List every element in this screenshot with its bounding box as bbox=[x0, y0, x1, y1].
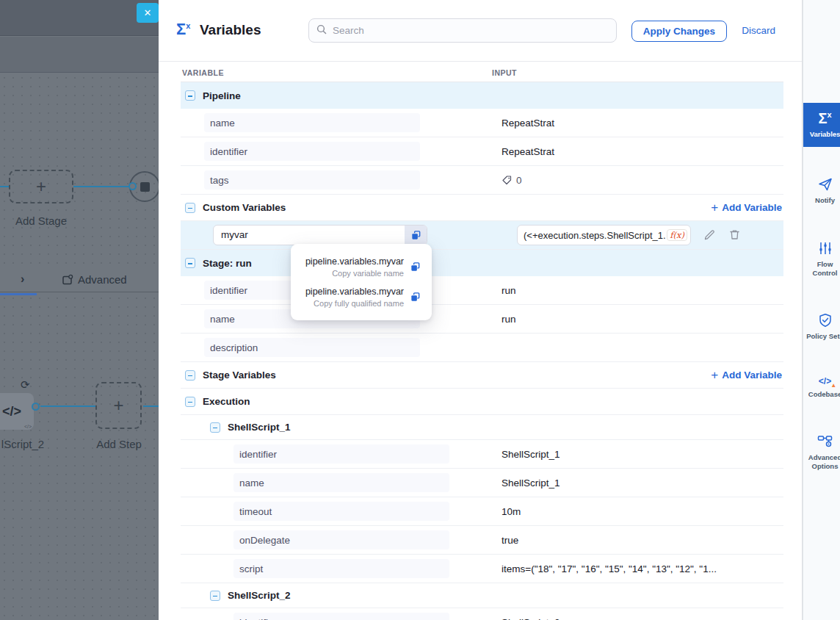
collapse-icon[interactable] bbox=[185, 397, 195, 407]
apply-changes-button[interactable]: Apply Changes bbox=[631, 21, 727, 42]
chevron-right-icon[interactable]: › bbox=[21, 273, 24, 286]
row-label: name bbox=[204, 113, 420, 132]
section-stage-run: Stage: run bbox=[181, 250, 783, 276]
loop-icon: ⟳ bbox=[21, 378, 30, 392]
add-stage-button[interactable]: + bbox=[9, 170, 73, 203]
custom-variable-row: myvar (<+execution.steps.ShellScript_1. … bbox=[181, 221, 783, 250]
copy-icon bbox=[410, 292, 421, 303]
collapse-icon[interactable] bbox=[185, 90, 195, 101]
table-row: description bbox=[181, 334, 783, 362]
row-label: tags bbox=[204, 170, 420, 190]
active-tab-indicator bbox=[0, 293, 37, 295]
row-label: description bbox=[204, 338, 420, 357]
stop-icon bbox=[140, 182, 150, 192]
table-row: tags 0 bbox=[181, 166, 783, 195]
edit-variable-button[interactable] bbox=[703, 228, 717, 242]
shield-check-icon bbox=[818, 313, 833, 328]
add-step-button[interactable]: + bbox=[95, 382, 142, 429]
sidebar-item-codebase[interactable]: </> ▲ Codebase bbox=[803, 369, 840, 407]
collapse-icon[interactable] bbox=[210, 591, 220, 601]
table-row: name ShellScript_1 bbox=[181, 469, 783, 497]
add-stage-label: Add Stage bbox=[0, 215, 82, 227]
close-drawer-button[interactable]: ✕ bbox=[137, 3, 159, 23]
table-row: identifier ShellScript_2 bbox=[181, 608, 783, 620]
row-value: run bbox=[502, 314, 516, 325]
popup-item-subtitle: Copy variable name bbox=[332, 269, 404, 278]
advanced-tab-icon bbox=[62, 274, 73, 289]
row-label: onDelegate bbox=[233, 530, 449, 549]
table-header: VARIABLE INPUT bbox=[181, 62, 783, 82]
warning-icon: ▲ bbox=[830, 383, 836, 389]
add-variable-button[interactable]: + Add Variable bbox=[711, 369, 783, 381]
sidebar-item-policy-sets[interactable]: Policy Sets bbox=[803, 305, 840, 349]
copy-fully-qualified-item[interactable]: pipeline.variables.myvar Copy fully qual… bbox=[291, 282, 432, 312]
panel-header: Σx Variables Apply Changes Discard bbox=[159, 0, 802, 62]
variable-name-input[interactable]: myvar bbox=[213, 225, 427, 245]
copy-icon bbox=[410, 230, 421, 241]
copy-variable-button[interactable] bbox=[405, 226, 427, 245]
table-row: timeout 10m bbox=[181, 497, 783, 526]
column-input: INPUT bbox=[492, 68, 517, 77]
tab-advanced[interactable]: Advanced bbox=[78, 273, 127, 286]
expression-fx-icon[interactable]: f(x) bbox=[667, 229, 687, 241]
variable-value-input[interactable]: (<+execution.steps.ShellScript_1. f(x) bbox=[517, 225, 691, 245]
search-box[interactable] bbox=[308, 18, 617, 43]
table-row: onDelegate true bbox=[181, 526, 783, 555]
shell-badge-icon: </> bbox=[24, 424, 32, 429]
search-input[interactable] bbox=[333, 25, 609, 36]
table-row: name run bbox=[181, 305, 783, 334]
popup-item-subtitle: Copy fully qualified name bbox=[314, 299, 404, 308]
sidebar-item-advanced-options[interactable]: Advanced Options bbox=[803, 426, 840, 480]
collapse-icon[interactable] bbox=[210, 422, 220, 433]
step-node-shellscript2[interactable]: </> </> bbox=[0, 393, 34, 430]
canvas-dot-grid bbox=[0, 73, 159, 620]
canvas-toolbar bbox=[0, 37, 159, 73]
row-value: 10m bbox=[502, 506, 521, 517]
column-variable: VARIABLE bbox=[182, 68, 224, 77]
collapse-icon[interactable] bbox=[185, 258, 195, 268]
popup-item-title: pipeline.variables.myvar bbox=[305, 256, 404, 267]
section-shellscript2: ShellScript_2 bbox=[181, 583, 783, 608]
row-label: script bbox=[233, 559, 449, 578]
copy-variable-name-item[interactable]: pipeline.variables.myvar Copy variable n… bbox=[291, 252, 432, 282]
row-label: timeout bbox=[233, 502, 449, 521]
collapse-icon[interactable] bbox=[185, 203, 195, 213]
edge-line bbox=[0, 186, 9, 187]
codebase-icon: </> ▲ bbox=[819, 377, 831, 386]
row-value: RepeatStrat bbox=[502, 146, 554, 157]
plus-icon: + bbox=[711, 369, 718, 381]
plus-icon: + bbox=[711, 201, 718, 214]
collapse-icon[interactable] bbox=[185, 370, 195, 381]
edge-line bbox=[40, 405, 95, 407]
copy-icon bbox=[410, 262, 421, 273]
canvas-top-bar bbox=[0, 0, 159, 36]
stage-tabbar: › Advanced bbox=[0, 267, 159, 292]
sidebar-item-label: Policy Sets bbox=[806, 332, 840, 341]
close-icon: ✕ bbox=[144, 7, 152, 18]
step-node-label: lScript_2 bbox=[0, 438, 48, 450]
edge-line bbox=[143, 405, 159, 407]
add-variable-button[interactable]: + Add Variable bbox=[711, 201, 783, 214]
sidebar-item-label: Variables bbox=[810, 130, 840, 139]
table-row: identifier RepeatStrat bbox=[181, 137, 783, 166]
table-row: name RepeatStrat bbox=[181, 109, 783, 137]
delete-variable-button[interactable] bbox=[728, 228, 742, 242]
row-value: items=("18", "17", "16", "15", "14", "13… bbox=[502, 563, 717, 574]
tag-icon bbox=[502, 175, 513, 186]
sidebar-item-label: Codebase bbox=[808, 390, 840, 399]
row-value: ShellScript_2 bbox=[502, 617, 560, 620]
table-row: identifier ShellScript_1 bbox=[181, 440, 783, 469]
trash-icon bbox=[728, 228, 741, 241]
copy-variable-popup: pipeline.variables.myvar Copy variable n… bbox=[291, 244, 432, 320]
variables-sigma-icon: Σx bbox=[176, 20, 190, 39]
edge-line bbox=[73, 186, 131, 187]
connector-port-icon bbox=[32, 403, 40, 411]
section-execution: Execution bbox=[181, 389, 783, 415]
sidebar-item-variables[interactable]: Σx Variables bbox=[803, 103, 840, 147]
variables-sigma-icon: Σx bbox=[818, 111, 831, 126]
sidebar-item-notify[interactable]: Notify bbox=[803, 169, 840, 213]
pipeline-canvas: + Add Stage › Advanced ⟳ </> </> + lScri… bbox=[0, 0, 159, 620]
discard-button[interactable]: Discard bbox=[742, 25, 775, 36]
row-value: true bbox=[502, 535, 518, 546]
sidebar-item-flow-control[interactable]: Flow Control bbox=[803, 233, 840, 286]
